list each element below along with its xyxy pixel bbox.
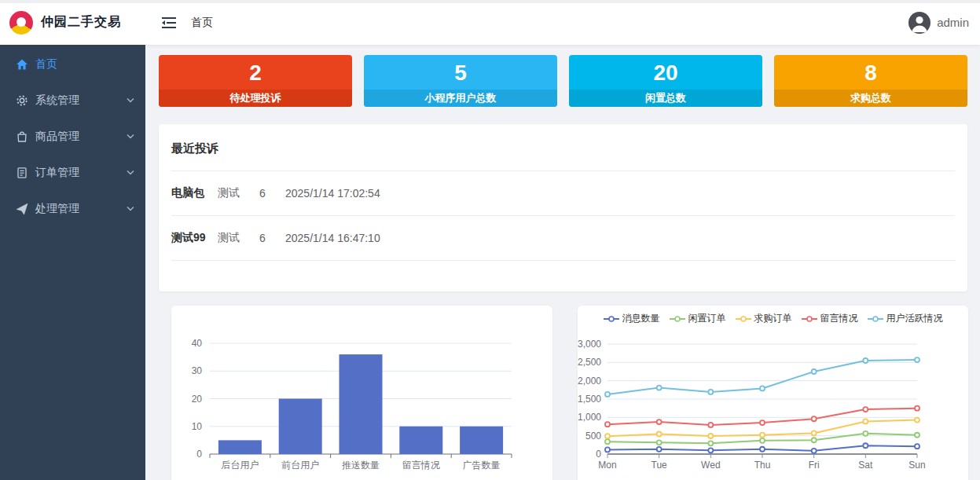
svg-text:0: 0: [596, 449, 601, 460]
line-chart: 05001,0001,5002,0002,5003,000MonTueWedTh…: [578, 306, 968, 480]
recent-complaints-panel: 最近投诉 电脑包 测试 6 2025/1/14 17:02:54 测试99 测试…: [159, 124, 967, 291]
sidebar: 仲园二手交易 首页 系统管理: [0, 0, 145, 480]
sidebar-item-label: 处理管理: [35, 202, 127, 216]
complaint-type: 测试: [218, 231, 259, 245]
svg-text:Wed: Wed: [701, 460, 720, 471]
sidebar-collapse-icon[interactable]: [161, 16, 177, 29]
stat-value: 8: [774, 55, 967, 90]
svg-text:Sun: Sun: [908, 460, 925, 471]
stat-card-idle-total: 20 闲置总数: [569, 55, 762, 107]
complaint-row: 电脑包 测试 6 2025/1/14 17:02:54: [159, 171, 967, 215]
sidebar-item-orders[interactable]: 订单管理: [0, 155, 145, 191]
stat-card-pending-complaints: 2 待处理投诉: [159, 55, 352, 107]
svg-text:30: 30: [192, 365, 203, 376]
complaint-type: 测试: [218, 186, 259, 200]
svg-text:1,500: 1,500: [578, 394, 601, 405]
svg-text:Tue: Tue: [651, 460, 668, 471]
bar-chart: 010203040后台用户前台用户推送数量留言情况广告数量: [171, 306, 552, 480]
svg-text:推送数量: 推送数量: [342, 460, 380, 471]
svg-text:Mon: Mon: [598, 460, 616, 471]
panel-title: 最近投诉: [159, 124, 967, 170]
username: admin: [937, 16, 969, 29]
svg-text:40: 40: [192, 338, 203, 349]
home-icon: [16, 58, 28, 71]
gear-icon: [16, 94, 28, 107]
sidebar-item-label: 商品管理: [35, 130, 127, 144]
complaint-time: 2025/1/14 16:47:10: [285, 232, 380, 244]
svg-text:留言情况: 留言情况: [402, 460, 440, 471]
sidebar-item-label: 订单管理: [35, 166, 127, 180]
line-chart-card: 消息数量闲置订单求购订单留言情况用户活跃情况 05001,0001,5002,0…: [578, 306, 968, 480]
svg-text:0: 0: [196, 449, 202, 460]
complaint-name: 电脑包: [171, 186, 218, 200]
svg-text:3,000: 3,000: [578, 339, 601, 350]
svg-text:500: 500: [585, 431, 601, 442]
complaint-time: 2025/1/14 17:02:54: [285, 187, 380, 200]
stats-row: 2 待处理投诉 5 小程序用户总数 20 闲置总数 8 求购总数: [159, 55, 967, 107]
app-title: 仲园二手交易: [41, 14, 121, 31]
topbar: 首页 admin: [145, 0, 980, 45]
complaint-count: 6: [259, 232, 285, 244]
svg-text:Thu: Thu: [754, 460, 771, 471]
breadcrumb[interactable]: 首页: [191, 16, 213, 30]
stat-label: 待处理投诉: [159, 90, 352, 107]
divider: [171, 260, 955, 261]
svg-text:10: 10: [192, 421, 203, 432]
avatar: [908, 12, 930, 34]
complaint-name: 测试99: [171, 231, 218, 245]
chevron-down-icon: [127, 170, 134, 176]
complaint-count: 6: [259, 187, 285, 200]
send-icon: [16, 203, 28, 215]
sidebar-item-label: 首页: [35, 57, 134, 71]
svg-text:前台用户: 前台用户: [281, 460, 319, 471]
svg-text:后台用户: 后台用户: [221, 460, 259, 471]
stat-value: 5: [364, 55, 557, 90]
sidebar-menu: 首页 系统管理 商品管理: [0, 45, 145, 227]
bar-chart-card: 010203040后台用户前台用户推送数量留言情况广告数量: [171, 306, 552, 480]
svg-text:2,500: 2,500: [578, 357, 601, 368]
logo-area: 仲园二手交易: [0, 0, 145, 45]
app-logo-icon: [9, 11, 33, 35]
stat-label: 求购总数: [774, 90, 967, 107]
complaint-row: 测试99 测试 6 2025/1/14 16:47:10: [159, 216, 967, 260]
svg-text:2,000: 2,000: [578, 376, 601, 387]
stat-label: 闲置总数: [569, 90, 762, 107]
chevron-down-icon: [127, 97, 134, 104]
stat-card-wanted-total: 8 求购总数: [774, 55, 967, 107]
sidebar-item-goods[interactable]: 商品管理: [0, 119, 145, 155]
main-content: 2 待处理投诉 5 小程序用户总数 20 闲置总数 8 求购总数 最近投诉 电脑…: [145, 45, 980, 480]
stat-value: 2: [159, 55, 352, 90]
chevron-down-icon: [127, 134, 134, 140]
sidebar-item-handling[interactable]: 处理管理: [0, 191, 145, 227]
stat-label: 小程序用户总数: [364, 90, 557, 107]
sidebar-item-home[interactable]: 首页: [0, 46, 145, 82]
svg-text:广告数量: 广告数量: [463, 460, 501, 471]
shopping-bag-icon: [16, 130, 28, 143]
user-menu[interactable]: admin: [908, 12, 969, 34]
sidebar-item-label: 系统管理: [35, 93, 127, 108]
svg-text:1,000: 1,000: [578, 412, 601, 423]
browser-top-strip: [0, 0, 980, 3]
svg-text:20: 20: [192, 394, 203, 405]
sidebar-item-system[interactable]: 系统管理: [0, 82, 145, 119]
document-icon: [16, 167, 28, 179]
chevron-down-icon: [127, 206, 134, 212]
stat-value: 20: [569, 55, 762, 90]
stat-card-miniapp-users: 5 小程序用户总数: [364, 55, 557, 107]
svg-text:Sat: Sat: [858, 460, 873, 471]
svg-text:Fri: Fri: [809, 460, 820, 471]
